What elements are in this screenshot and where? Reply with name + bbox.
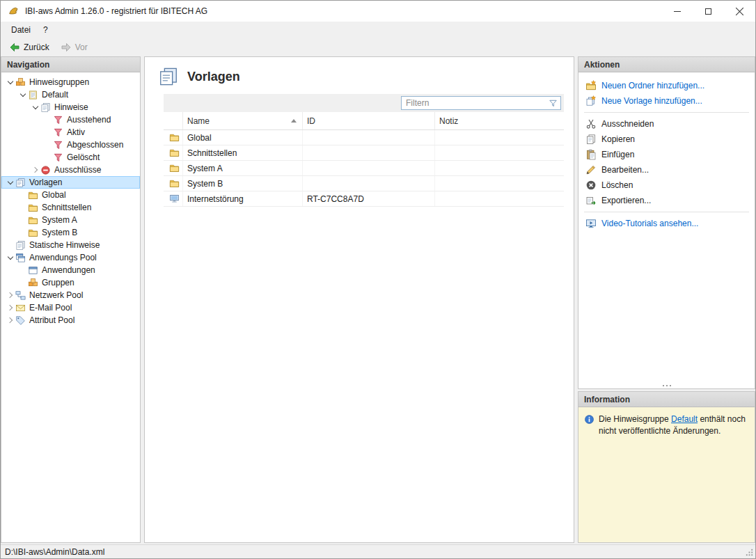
folder-icon <box>169 178 180 189</box>
filter-strip <box>164 94 564 112</box>
maximize-icon <box>705 8 711 15</box>
tree-item-hinweisgruppen[interactable]: Hinweisgruppen <box>1 76 140 88</box>
tree-item-attribut-pool[interactable]: Attribut Pool <box>1 314 140 326</box>
separator <box>584 112 749 113</box>
scissors-icon <box>585 118 597 129</box>
edit-action[interactable]: Bearbeiten... <box>578 162 755 178</box>
tree-item-label: Default <box>42 90 68 100</box>
window-controls <box>661 1 755 22</box>
funnel-icon <box>53 140 63 150</box>
add-template-action[interactable]: Neue Vorlage hinzufügen... <box>578 93 755 109</box>
information-panel: Information Die Hinweisgruppe Default en… <box>578 391 755 543</box>
action-label: Neue Vorlage hinzufügen... <box>601 96 702 106</box>
tree-item-statische-hinweise[interactable]: Statische Hinweise <box>1 239 140 251</box>
title-bar: IBI-aws Admin 1.26.0 - registriert für I… <box>1 1 755 22</box>
table-row[interactable]: System B <box>164 176 564 191</box>
menu-item-datei[interactable]: Datei <box>5 23 37 37</box>
tree-item-anwendungs-pool[interactable]: Anwendungs Pool <box>1 251 140 264</box>
column-header-name[interactable]: Name <box>183 112 303 129</box>
attribute-icon <box>15 315 26 326</box>
column-header-id[interactable]: ID <box>303 112 435 129</box>
app-window-icon <box>15 253 26 263</box>
action-label: Neuen Ordner hinzufügen... <box>601 81 704 90</box>
minimize-button[interactable] <box>661 1 693 22</box>
templates-icon <box>158 66 179 87</box>
toolbar: Zurück Vor <box>1 38 755 56</box>
add-folder-action[interactable]: Neuen Ordner hinzufügen... <box>578 78 755 93</box>
chevron-down-icon[interactable] <box>6 178 15 187</box>
chevron-down-icon[interactable] <box>31 102 40 112</box>
delete-action[interactable]: Löschen <box>578 178 755 193</box>
tree-item-ausschluesse[interactable]: Ausschlüsse <box>1 164 140 176</box>
chevron-right-icon[interactable] <box>6 315 15 325</box>
copy-action[interactable]: Kopieren <box>578 132 755 147</box>
action-label: Löschen <box>601 180 633 190</box>
panel-splitter-handle[interactable] <box>663 385 671 386</box>
tree-item-hinweise[interactable]: Hinweise <box>1 101 140 113</box>
tree-item-system-a[interactable]: System A <box>1 214 140 226</box>
folder-icon <box>28 190 38 200</box>
menu-item-help[interactable]: ? <box>37 23 54 37</box>
chevron-spacer <box>18 228 28 237</box>
export-action[interactable]: Exportieren... <box>578 193 755 208</box>
tree-item-aktiv[interactable]: Aktiv <box>1 126 140 139</box>
resize-grip-icon[interactable] <box>745 548 754 557</box>
close-button[interactable] <box>724 1 755 22</box>
chevron-spacer <box>18 203 28 212</box>
tree-item-label: Vorlagen <box>29 178 62 187</box>
cell-name: Global <box>183 130 303 145</box>
chevron-right-icon[interactable] <box>6 290 15 300</box>
cell-id <box>303 145 435 160</box>
tree-item-global[interactable]: Global <box>1 189 140 201</box>
tree-item-system-b[interactable]: System B <box>1 226 140 239</box>
tree-item-default[interactable]: Default <box>1 88 140 101</box>
chevron-down-icon[interactable] <box>18 90 28 100</box>
page-title: Vorlagen <box>187 70 240 84</box>
forward-button[interactable]: Vor <box>55 40 93 54</box>
sort-ascending-icon <box>291 119 297 123</box>
tree-item-schnittstellen[interactable]: Schnittstellen <box>1 201 140 214</box>
tree-item-vorlagen[interactable]: Vorlagen <box>1 176 140 189</box>
tree-item-netzwerk-pool[interactable]: Netzwerk Pool <box>1 289 140 301</box>
paste-action[interactable]: Einfügen <box>578 147 755 162</box>
tree-item-email-pool[interactable]: E-Mail Pool <box>1 301 140 314</box>
chevron-right-icon[interactable] <box>6 303 15 313</box>
chevron-down-icon[interactable] <box>6 77 15 87</box>
tree-item-label: System B <box>42 228 77 237</box>
notes-icon <box>15 240 26 251</box>
tree-item-gruppen[interactable]: Gruppen <box>1 276 140 289</box>
back-button[interactable]: Zurück <box>3 40 55 54</box>
pencil-icon <box>585 164 597 175</box>
tree-item-label: E-Mail Pool <box>29 303 72 313</box>
app-window: IBI-aws Admin 1.26.0 - registriert für I… <box>0 0 756 559</box>
funnel-icon <box>53 115 63 125</box>
column-header-notiz[interactable]: Notiz <box>435 112 564 129</box>
tree-item-label: Global <box>42 190 66 200</box>
tree-item-abgeschlossen[interactable]: Abgeschlossen <box>1 139 140 151</box>
table-row[interactable]: Global <box>164 130 564 145</box>
chevron-right-icon[interactable] <box>31 165 40 175</box>
tree-item-label: Gelöscht <box>67 152 100 162</box>
table-row[interactable]: Schnittstellen <box>164 145 564 161</box>
forward-button-label: Vor <box>75 42 88 52</box>
delete-icon <box>585 180 597 191</box>
column-header-label: ID <box>307 116 315 126</box>
separator <box>584 212 749 212</box>
cut-action[interactable]: Ausschneiden <box>578 116 755 132</box>
folder-icon <box>28 203 38 213</box>
default-group-link[interactable]: Default <box>671 414 698 424</box>
filter-input[interactable] <box>402 97 548 109</box>
tree-item-anwendungen[interactable]: Anwendungen <box>1 264 140 276</box>
table-row[interactable]: System A <box>164 161 564 176</box>
chevron-down-icon[interactable] <box>6 253 15 262</box>
table-row[interactable]: Internetstörung RT-C7CC8A7D <box>164 191 564 207</box>
action-label: Exportieren... <box>601 196 651 205</box>
action-label: Ausschneiden <box>601 119 654 129</box>
maximize-button[interactable] <box>693 1 724 22</box>
tree-item-geloescht[interactable]: Gelöscht <box>1 151 140 164</box>
tree-item-ausstehend[interactable]: Ausstehend <box>1 113 140 126</box>
filter-funnel-icon[interactable] <box>548 98 558 109</box>
tree-item-label: Ausstehend <box>67 115 111 125</box>
video-tutorials-action[interactable]: Video-Tutorials ansehen... <box>578 216 755 231</box>
information-body: Die Hinweisgruppe Default enthält noch n… <box>578 407 755 542</box>
